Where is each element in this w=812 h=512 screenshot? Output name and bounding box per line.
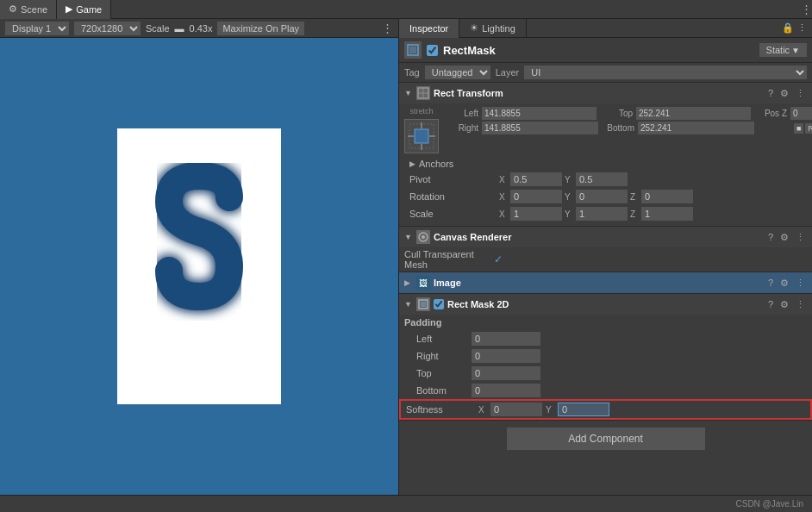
component-active-checkbox[interactable] xyxy=(427,45,438,56)
scale-row: Scale X Y Z xyxy=(404,205,807,222)
rect-mask-header[interactable]: ▼ Rect Mask 2D ? ⚙ ⋮ xyxy=(399,294,812,315)
right-input[interactable] xyxy=(482,122,598,134)
img-settings-icon[interactable]: ⚙ xyxy=(778,278,790,289)
padding-bottom-input[interactable] xyxy=(472,384,540,397)
rm-active-checkbox[interactable] xyxy=(434,299,444,309)
layer-select[interactable]: UI xyxy=(524,66,807,79)
tag-select[interactable]: Untagged xyxy=(425,66,490,79)
posz-input[interactable] xyxy=(790,107,812,120)
lighting-tab[interactable]: ☀ Lighting xyxy=(459,19,527,38)
pivot-y-label: Y xyxy=(565,175,573,184)
footer-credit: CSDN @Jave.Lin xyxy=(735,499,803,509)
padding-top-input[interactable] xyxy=(472,366,540,380)
lighting-tab-label: Lighting xyxy=(482,23,515,34)
add-component-area: Add Component xyxy=(399,421,812,457)
cull-row: Cull Transparent Mesh ✓ xyxy=(399,247,812,272)
component-header: RectMask Static ▼ xyxy=(399,38,812,63)
cr-help-icon[interactable]: ? xyxy=(766,232,775,242)
game-canvas xyxy=(0,38,398,495)
left-input[interactable] xyxy=(482,107,597,120)
anchors-label: Anchors xyxy=(419,159,453,169)
rm-settings-icon[interactable]: ⚙ xyxy=(778,299,790,310)
scale-y-input[interactable] xyxy=(576,207,628,221)
rot-y-input[interactable] xyxy=(576,190,628,203)
rt-help-icon[interactable]: ? xyxy=(766,88,775,98)
scale-x-input[interactable] xyxy=(510,207,562,221)
inspector-tab[interactable]: Inspector xyxy=(399,19,459,38)
cr-arrow-icon: ▼ xyxy=(404,233,413,241)
footer: CSDN @Jave.Lin xyxy=(0,495,812,512)
bp-buttons: ■ R xyxy=(794,123,812,134)
stretch-widget[interactable]: stretch xyxy=(404,107,439,153)
rot-x-label: X xyxy=(499,192,508,202)
img-help-icon[interactable]: ? xyxy=(766,278,775,288)
image-section: ▶ 🖼 Image ? ⚙ ⋮ xyxy=(399,272,812,294)
stretch-label: stretch xyxy=(409,107,433,116)
inspector-tabs: Inspector ☀ Lighting 🔒 ⋮ xyxy=(399,19,812,38)
rm-help-icon[interactable]: ? xyxy=(766,299,775,309)
cr-name: Canvas Renderer xyxy=(434,232,763,242)
pivot-value: X Y xyxy=(499,172,802,186)
canvas-renderer-header[interactable]: ▼ Canvas Renderer ? ⚙ ⋮ xyxy=(399,227,812,247)
posz-label: Pos Z xyxy=(754,109,787,118)
cr-more-icon[interactable]: ⋮ xyxy=(794,232,807,243)
bottom-input[interactable] xyxy=(638,122,754,134)
rot-x-input[interactable] xyxy=(510,190,562,203)
rect-transform-header[interactable]: ▼ Rect Transform ? ⚙ ⋮ xyxy=(399,83,812,103)
image-header[interactable]: ▶ 🖼 Image ? ⚙ ⋮ xyxy=(399,272,812,293)
pivot-label: Pivot xyxy=(409,174,496,184)
game-more-icon[interactable]: ⋮ xyxy=(382,22,393,34)
lighting-icon: ☀ xyxy=(470,22,478,34)
padding-top-label: Top xyxy=(416,368,468,378)
r-button[interactable]: R xyxy=(805,123,812,134)
rot-z-input[interactable] xyxy=(641,190,693,203)
inspector-tab-label: Inspector xyxy=(409,23,448,34)
pivot-x-input[interactable] xyxy=(510,172,562,186)
rotation-label: Rotation xyxy=(409,191,496,202)
softness-label: Softness xyxy=(406,404,475,415)
softness-y-input[interactable] xyxy=(558,403,609,416)
padding-left-input[interactable] xyxy=(472,332,540,346)
rect-mask-section: ▼ Rect Mask 2D ? ⚙ ⋮ Padding xyxy=(399,294,812,421)
top-bar: ⚙ Scene ▶ Game ⋮ xyxy=(0,0,812,19)
more-icon[interactable]: ⋮ xyxy=(797,22,807,34)
display-select[interactable]: Display 1 xyxy=(5,22,69,35)
canvas-renderer-section: ▼ Canvas Renderer ? ⚙ ⋮ Cull Transparent… xyxy=(399,227,812,272)
layer-label: Layer xyxy=(496,67,520,78)
scale-slider-icon: ▬ xyxy=(175,23,184,34)
padding-right-input[interactable] xyxy=(472,349,540,363)
img-more-icon[interactable]: ⋮ xyxy=(794,278,807,289)
main-area: Display 1 720x1280 Scale ▬ 0.43x Maximiz… xyxy=(0,19,812,495)
rot-y-label: Y xyxy=(565,192,573,202)
padding-section-label-row: Padding xyxy=(399,315,812,330)
rm-more-icon[interactable]: ⋮ xyxy=(794,299,807,310)
pivot-row: Pivot X Y xyxy=(404,171,807,188)
tab-scene[interactable]: ⚙ Scene xyxy=(0,0,57,19)
lock-icon[interactable]: 🔒 xyxy=(782,22,794,34)
static-button[interactable]: Static ▼ xyxy=(759,43,807,57)
padding-right-label: Right xyxy=(416,351,468,361)
rt-settings-icon[interactable]: ⚙ xyxy=(778,88,790,99)
top-input[interactable] xyxy=(636,107,751,120)
padding-left-row: Left xyxy=(399,330,812,347)
stretch-box[interactable] xyxy=(404,119,439,153)
rt-more-icon[interactable]: ⋮ xyxy=(794,88,807,99)
scale-z-input[interactable] xyxy=(641,207,693,221)
component-icon xyxy=(404,41,422,59)
resolution-select[interactable]: 720x1280 xyxy=(74,22,141,35)
scale-x-label: X xyxy=(499,209,508,219)
tag-layer-row: Tag Untagged Layer UI xyxy=(399,63,812,83)
left-label: Left xyxy=(446,109,478,118)
softness-x-input[interactable] xyxy=(490,403,542,416)
tab-game[interactable]: ▶ Game xyxy=(57,0,111,19)
rt-fields: Left Top Pos Z Right Bo xyxy=(446,107,812,153)
blueprint-button[interactable]: ■ xyxy=(794,123,803,134)
rt-content: stretch xyxy=(399,103,812,226)
more-options-icon[interactable]: ⋮ xyxy=(801,3,812,16)
cr-settings-icon[interactable]: ⚙ xyxy=(778,232,790,243)
img-name: Image xyxy=(434,278,763,288)
anchors-row[interactable]: ▶ Anchors xyxy=(404,157,807,171)
pivot-y-input[interactable] xyxy=(576,172,628,186)
maximize-button[interactable]: Maximize On Play xyxy=(217,22,304,35)
add-component-button[interactable]: Add Component xyxy=(507,428,705,450)
